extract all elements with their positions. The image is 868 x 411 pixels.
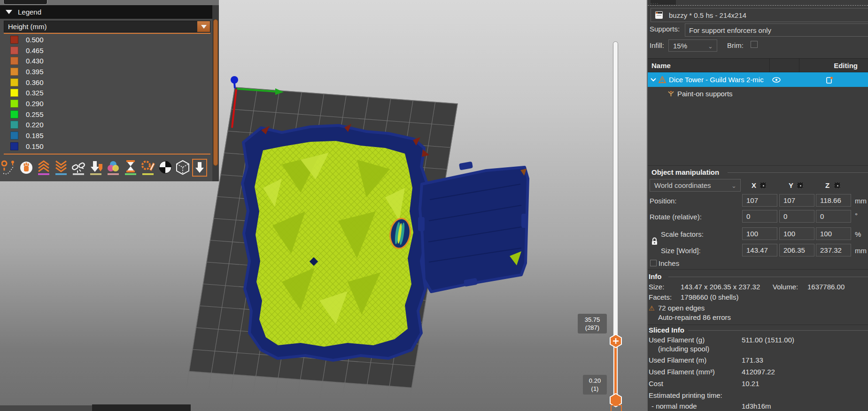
column-editing[interactable]: Editing bbox=[799, 59, 868, 72]
collapse-triangle-icon[interactable] bbox=[6, 10, 12, 14]
chevron-down-icon: ⌄ bbox=[708, 43, 713, 50]
axis-header-x: X bbox=[752, 181, 756, 189]
normal-mode-value: 1d3h16m bbox=[742, 402, 771, 410]
legend-list: 0.500 0.465 0.430 0.395 0.360 0.325 0.29… bbox=[4, 34, 210, 152]
rotate-label: Rotate (relative): bbox=[650, 213, 702, 221]
axis-header-y: Y bbox=[789, 181, 793, 189]
legend-item: 0.465 bbox=[4, 45, 210, 56]
preview-toolbar bbox=[1, 157, 211, 178]
eye-icon[interactable] bbox=[772, 77, 781, 83]
open-edges-text: 72 open edges bbox=[658, 304, 705, 312]
one-layer-mode-button[interactable] bbox=[611, 405, 622, 411]
position-z-field[interactable]: 118.66 bbox=[816, 194, 851, 207]
legend-item: 0.500 bbox=[4, 34, 210, 45]
info-title: Info bbox=[649, 272, 662, 280]
filament-g-value: 511.00 (1511.00) bbox=[742, 336, 794, 344]
pause-prints-icon[interactable] bbox=[123, 158, 139, 177]
position-y-field[interactable]: 107 bbox=[779, 194, 814, 207]
cost-value: 10.21 bbox=[742, 380, 760, 388]
warning-icon: ⚠ bbox=[649, 304, 655, 312]
retractions-icon[interactable] bbox=[36, 158, 52, 177]
center-of-gravity-icon[interactable] bbox=[157, 158, 173, 177]
color-swatch bbox=[10, 68, 18, 76]
rotate-x-field[interactable]: 0 bbox=[742, 210, 777, 223]
column-spacer bbox=[770, 59, 799, 72]
seams-icon[interactable] bbox=[70, 158, 86, 177]
color-swatch bbox=[10, 89, 18, 97]
legend-item: 0.150 bbox=[4, 141, 210, 152]
print-time-label: Estimated printing time: bbox=[649, 391, 722, 399]
legend-item: 0.255 bbox=[4, 109, 210, 120]
legend-panel: Legend Height (mm) 0.500 0.465 0.430 0.3… bbox=[0, 5, 219, 181]
scale-y-field[interactable]: 100 bbox=[779, 227, 814, 240]
layer-slider-range[interactable] bbox=[614, 341, 617, 400]
size-y-field[interactable]: 206.35 bbox=[779, 244, 814, 256]
legend-scrollbar[interactable] bbox=[212, 5, 219, 181]
legend-titlebar[interactable]: Legend bbox=[0, 5, 212, 19]
legend-item: 0.220 bbox=[4, 120, 210, 131]
deretractions-icon[interactable] bbox=[53, 158, 69, 177]
size-x-field[interactable]: 143.47 bbox=[742, 244, 777, 256]
divider bbox=[728, 172, 868, 173]
printer-icon bbox=[655, 11, 663, 19]
scrollbar-thumb[interactable] bbox=[213, 19, 218, 166]
divider bbox=[648, 325, 868, 325]
scale-label: Scale factors: bbox=[661, 230, 704, 238]
rotate-y-field[interactable]: 0 bbox=[779, 210, 814, 223]
info-volume-value: 1637786.00 bbox=[807, 283, 845, 291]
expand-chevron-icon[interactable] bbox=[651, 78, 656, 82]
custom-gcodes-icon[interactable] bbox=[140, 158, 156, 177]
tool-changes-icon[interactable] bbox=[88, 158, 104, 177]
dashed-separator bbox=[648, 5, 868, 6]
color-swatch bbox=[10, 100, 18, 108]
coordinates-dropdown[interactable]: World coordinates ⌄ bbox=[650, 179, 741, 192]
supports-dropdown[interactable]: For support enforcers only bbox=[685, 23, 868, 37]
edit-layers-icon[interactable] bbox=[826, 76, 833, 84]
view-type-dropdown[interactable]: Height (mm) bbox=[4, 21, 210, 32]
upper-layer-handle[interactable] bbox=[610, 334, 622, 348]
rotate-z-field[interactable]: 0 bbox=[816, 210, 851, 223]
color-swatch bbox=[10, 78, 18, 86]
color-swatch bbox=[10, 142, 18, 150]
wipe-icon[interactable] bbox=[18, 158, 34, 177]
collapsed-top-button[interactable] bbox=[3, 0, 47, 5]
size-unit: mm bbox=[855, 247, 867, 255]
brim-checkbox[interactable] bbox=[751, 41, 758, 48]
model-object[interactable] bbox=[242, 124, 528, 360]
color-changes-icon[interactable] bbox=[105, 158, 121, 177]
color-swatch bbox=[10, 121, 18, 129]
axis-chip-x[interactable] bbox=[760, 182, 766, 188]
scale-x-field[interactable]: 100 bbox=[742, 227, 777, 240]
position-x-field[interactable]: 107 bbox=[742, 194, 777, 207]
supports-value: For support enforcers only bbox=[689, 26, 771, 34]
shells-icon[interactable] bbox=[175, 158, 191, 177]
paint-on-supports-icon bbox=[667, 90, 674, 97]
scale-z-field[interactable]: 100 bbox=[816, 227, 851, 240]
size-z-field[interactable]: 237.32 bbox=[816, 244, 851, 256]
axis-chip-z[interactable] bbox=[834, 182, 840, 188]
view-type-label: Height (mm) bbox=[8, 23, 47, 31]
rotate-unit: ° bbox=[855, 211, 858, 219]
travel-icon[interactable] bbox=[1, 158, 17, 177]
normal-mode-label: - normal mode bbox=[651, 402, 697, 410]
filament-mm3-value: 412097.22 bbox=[742, 368, 775, 376]
axis-chip-y[interactable] bbox=[797, 182, 803, 188]
inches-checkbox[interactable] bbox=[650, 260, 657, 266]
infill-dropdown[interactable]: 15% ⌄ bbox=[668, 39, 717, 52]
divider bbox=[648, 165, 868, 166]
divider bbox=[668, 277, 868, 277]
collapse-legend-button[interactable] bbox=[192, 159, 207, 177]
axis-header-z: Z bbox=[825, 181, 829, 189]
infill-label: Infill: bbox=[650, 41, 664, 49]
dropdown-arrow-button[interactable] bbox=[197, 21, 210, 32]
object-list-row-selected[interactable]: Dice Tower - Guild Wars 2-mic bbox=[648, 72, 868, 87]
lock-icon[interactable] bbox=[651, 237, 658, 247]
brim-label: Brim: bbox=[727, 41, 744, 49]
paint-on-supports-row[interactable]: Paint-on supports bbox=[648, 87, 868, 100]
object-list-header: Name Editing bbox=[648, 58, 868, 72]
printer-selector[interactable]: buzzy * 0.5 hs - 214x214 bbox=[651, 8, 868, 22]
column-name[interactable]: Name bbox=[648, 59, 770, 72]
object-name: Dice Tower - Guild Wars 2-mic bbox=[669, 76, 768, 84]
filament-m-label: Used Filament (m) bbox=[649, 356, 706, 364]
truncated-printer-section: .... bbox=[651, 0, 676, 5]
